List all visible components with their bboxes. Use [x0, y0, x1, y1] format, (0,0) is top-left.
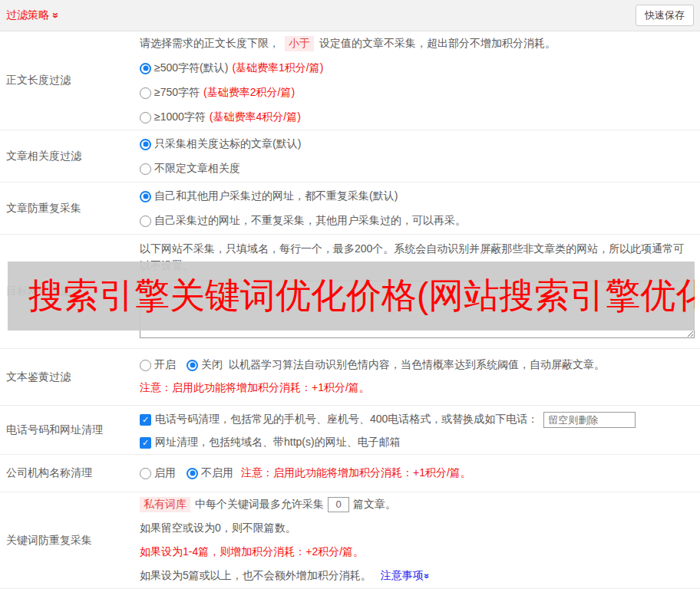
description-line-1: 以下网站不采集，只填域名，每行一个，最多200个。系统会自动识别并屏蔽那些非文章… [140, 240, 695, 257]
row-label: 公司机构名称清理 [0, 455, 140, 492]
url-clean-label: 网址清理，包括纯域名、带http(s)的网址、电子邮箱 [155, 436, 401, 449]
option-fee-note: (基础费率4积分/篇) [210, 110, 301, 124]
page-title: 过滤策略 [6, 8, 49, 22]
overlay-ad-banner: 搜索引擎关键词优化价格(网站搜索引擎优化 [8, 262, 695, 331]
phone-clean-label: 电话号码清理，包括常见的手机号、座机号、400电话格式，或替换成如下电话： [155, 413, 538, 426]
keyword-note-unlimited: 如果留空或设为0，则不限篇数。 [140, 522, 296, 535]
radio-icon[interactable] [187, 468, 198, 479]
row-content-length-filter: 正文长度过滤 请选择需求的正文长度下限， 小于 设定值的文章不采集，超出部分不增… [0, 31, 700, 130]
porn-filter-description: 以机器学习算法自动识别色情内容，当色情概率达到系统阈值，自动屏蔽文章。 [229, 358, 605, 372]
radio-icon[interactable] [140, 468, 151, 479]
row-label: 文章防重复采集 [0, 183, 140, 234]
notes-link[interactable]: 注意事项 » [381, 569, 430, 583]
radio-icon[interactable] [140, 163, 151, 175]
porn-option-on[interactable]: 开启 [154, 358, 176, 372]
option-label: 自己和其他用户采集过的网址，都不重复采集(默认) [154, 189, 398, 203]
radio-icon[interactable] [140, 360, 151, 371]
keyword-limit-text: 中每个关键词最多允许采集 [195, 498, 324, 512]
radio-icon[interactable] [140, 112, 151, 123]
dedup-option-self-only[interactable]: 自己采集过的网址，不重复采集，其他用户采集过的，可以再采。 [140, 209, 695, 233]
keyword-note-extra-cost: 如果设为1-4篇，则增加积分消耗：+2积分/篇。 [140, 545, 364, 559]
porn-filter-warning: 注意：启用此功能将增加积分消耗：+1积分/篇。 [140, 381, 370, 395]
relevance-option-strict[interactable]: 只采集相关度达标的文章(默认) [140, 132, 695, 156]
relevance-option-any[interactable]: 不限定文章相关度 [140, 156, 695, 181]
row-label: 关键词防重复采集 [0, 492, 140, 588]
checkbox-checked-icon[interactable]: ✓ [140, 414, 151, 426]
radio-icon[interactable] [140, 191, 151, 202]
company-option-disable[interactable]: 不启用 [201, 466, 233, 480]
filter-strategy-header: 过滤策略 » 快速保存 [0, 0, 700, 31]
row-relevance-filter: 文章相关度过滤 只采集相关度达标的文章(默认) 不限定文章相关度 [0, 130, 700, 183]
keyword-note-five-plus: 如果设为5篇或以上，也不会额外增加积分消耗。 [140, 569, 371, 583]
radio-icon[interactable] [140, 216, 151, 227]
notes-link-label: 注意事项 [381, 569, 424, 583]
row-label: 文章相关度过滤 [0, 130, 140, 182]
dedup-option-all-users[interactable]: 自己和其他用户采集过的网址，都不重复采集(默认) [140, 184, 695, 209]
length-filter-intro: 请选择需求的正文长度下限， 小于 设定值的文章不采集，超出部分不增加积分消耗。 [140, 31, 695, 56]
length-option-750[interactable]: ≥750字符 (基础费率2积分/篇) [140, 81, 695, 105]
checkbox-checked-icon[interactable]: ✓ [140, 437, 151, 449]
less-than-highlight: 小于 [285, 36, 314, 51]
section-title-toggle[interactable]: 过滤策略 » [6, 8, 59, 22]
overlay-ad-text: 搜索引擎关键词优化价格(网站搜索引擎优化 [8, 272, 695, 320]
double-down-chevron-icon: » [422, 573, 431, 578]
keyword-limit-suffix: 篇文章。 [353, 498, 396, 512]
row-phone-url-clean: 电话号码和网址清理 ✓ 电话号码清理，包括常见的手机号、座机号、400电话格式，… [0, 406, 700, 455]
company-clean-warning: 注意：启用此功能将增加积分消耗：+1积分/篇。 [241, 466, 471, 480]
intro-text-pre: 请选择需求的正文长度下限， [140, 37, 279, 51]
row-company-name-clean: 公司机构名称清理 启用 不启用 注意：启用此功能将增加积分消耗：+1积分/篇。 [0, 455, 700, 492]
row-label: 文本鉴黄过滤 [0, 349, 140, 405]
replacement-phone-input[interactable] [543, 412, 636, 428]
length-option-1000[interactable]: ≥1000字符 (基础费率4积分/篇) [140, 105, 695, 130]
row-porn-filter: 文本鉴黄过滤 开启 关闭 以机器学习算法自动识别色情内容，当色情概率达到系统阈值… [0, 349, 700, 406]
quick-save-button[interactable]: 快速保存 [636, 5, 694, 26]
radio-icon[interactable] [140, 139, 151, 150]
option-fee-note: (基础费率2积分/篇) [203, 86, 295, 100]
row-label: 正文长度过滤 [0, 31, 140, 130]
porn-option-off[interactable]: 关闭 [201, 358, 223, 372]
option-label: 不限定文章相关度 [154, 162, 240, 176]
radio-icon[interactable] [187, 360, 198, 371]
option-label: ≥500字符(默认) [154, 61, 228, 75]
length-option-500[interactable]: ≥500字符(默认) (基础费率1积分/篇) [140, 56, 695, 81]
row-article-dedup: 文章防重复采集 自己和其他用户采集过的网址，都不重复采集(默认) 自己采集过的网… [0, 183, 700, 235]
option-label: 只采集相关度达标的文章(默认) [154, 137, 301, 151]
row-keyword-dedup: 关键词防重复采集 私有词库 中每个关键词最多允许采集 篇文章。 如果留空或设为0… [0, 492, 700, 589]
option-label: ≥1000字符 [154, 110, 206, 124]
keyword-limit-input[interactable] [328, 497, 349, 512]
option-label: ≥750字符 [154, 86, 200, 100]
double-down-chevron-icon: » [51, 12, 61, 18]
radio-icon[interactable] [140, 63, 151, 74]
company-option-enable[interactable]: 启用 [154, 466, 176, 480]
intro-text-post: 设定值的文章不采集，超出部分不增加积分消耗。 [319, 37, 556, 51]
radio-icon[interactable] [140, 87, 151, 99]
option-label: 自己采集过的网址，不重复采集，其他用户采集过的，可以再采。 [154, 214, 466, 228]
option-fee-note: (基础费率1积分/篇) [232, 61, 323, 75]
row-label: 电话号码和网址清理 [0, 406, 140, 454]
private-thesaurus-tag: 私有词库 [140, 497, 190, 512]
